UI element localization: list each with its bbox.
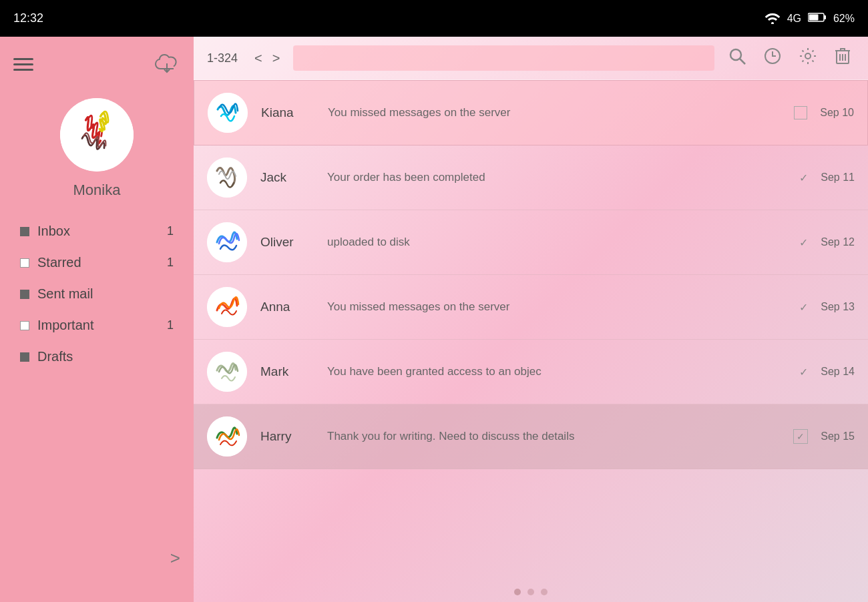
search-button[interactable] bbox=[724, 43, 750, 73]
avatar-harry bbox=[207, 416, 247, 457]
important-badge: 1 bbox=[167, 318, 174, 332]
check-anna: ✓ bbox=[799, 301, 808, 314]
user-name: Monika bbox=[73, 182, 121, 199]
important-dot bbox=[20, 321, 29, 330]
email-item-kiana[interactable]: Kiana You missed messages on the server … bbox=[194, 80, 868, 145]
trash-icon[interactable] bbox=[831, 43, 855, 73]
sender-anna: Anna bbox=[260, 300, 327, 314]
meta-mark: ✓ Sep 14 bbox=[799, 366, 855, 378]
page-dot-1[interactable] bbox=[514, 589, 521, 595]
meta-kiana: Sep 10 bbox=[794, 106, 854, 119]
next-page-button[interactable]: > bbox=[269, 49, 284, 67]
email-list: Kiana You missed messages on the server … bbox=[194, 80, 868, 582]
sidebar-item-starred[interactable]: Starred 1 bbox=[20, 247, 174, 278]
meta-oliver: ✓ Sep 12 bbox=[799, 236, 855, 249]
drafts-dot bbox=[20, 352, 29, 362]
subject-anna: You missed messages on the server bbox=[327, 300, 799, 314]
drafts-label: Drafts bbox=[37, 349, 73, 364]
starred-dot bbox=[20, 258, 29, 268]
user-avatar bbox=[60, 98, 134, 172]
svg-point-16 bbox=[207, 222, 247, 262]
pagination-info: 1-324 bbox=[207, 51, 238, 65]
sent-label: Sent mail bbox=[37, 286, 93, 302]
sidebar-item-important[interactable]: Important 1 bbox=[20, 310, 174, 341]
expand-sidebar-button[interactable]: > bbox=[170, 548, 180, 569]
sender-harry: Harry bbox=[260, 429, 327, 444]
date-oliver: Sep 12 bbox=[815, 236, 855, 248]
email-item-oliver[interactable]: Oliver uploaded to disk ✓ Sep 12 bbox=[194, 210, 868, 275]
toolbar: 1-324 < > bbox=[194, 37, 868, 80]
page-dot-3[interactable] bbox=[541, 589, 548, 595]
menu-button[interactable] bbox=[13, 58, 33, 71]
date-mark: Sep 14 bbox=[815, 366, 855, 378]
settings-icon[interactable] bbox=[795, 43, 821, 73]
app-container: Monika Inbox 1 Starred 1 Sent bbox=[0, 37, 868, 602]
email-item-mark[interactable]: Mark You have been granted access to an … bbox=[194, 340, 868, 404]
subject-harry: Thank you for writing. Need to discuss t… bbox=[327, 430, 793, 443]
svg-point-6 bbox=[730, 49, 741, 60]
meta-anna: ✓ Sep 13 bbox=[799, 301, 855, 314]
meta-jack: ✓ Sep 11 bbox=[799, 172, 855, 184]
svg-point-17 bbox=[207, 287, 247, 327]
inbox-dot bbox=[20, 227, 29, 236]
checkbox-harry[interactable]: ✓ bbox=[793, 429, 808, 444]
network-type: 4G bbox=[787, 13, 801, 25]
starred-badge: 1 bbox=[167, 256, 174, 270]
svg-point-9 bbox=[805, 53, 811, 59]
date-jack: Sep 11 bbox=[815, 172, 855, 184]
starred-label: Starred bbox=[37, 255, 81, 270]
avatar-mark bbox=[207, 352, 247, 392]
sidebar-item-inbox[interactable]: Inbox 1 bbox=[20, 216, 174, 247]
status-bar: 12:32 4G 62% bbox=[0, 0, 868, 37]
sender-mark: Mark bbox=[260, 364, 327, 379]
wifi-icon bbox=[765, 11, 781, 27]
svg-rect-2 bbox=[824, 15, 826, 19]
sidebar-item-sent[interactable]: Sent mail bbox=[20, 278, 174, 310]
subject-jack: Your order has been completed bbox=[327, 171, 799, 184]
check-mark: ✓ bbox=[799, 366, 808, 378]
avatar-oliver bbox=[207, 222, 247, 262]
important-label: Important bbox=[37, 318, 93, 333]
email-item-jack[interactable]: Jack Your order has been completed ✓ Sep… bbox=[194, 145, 868, 210]
avatar-jack bbox=[207, 158, 247, 198]
sidebar-item-drafts[interactable]: Drafts bbox=[20, 341, 174, 372]
sender-jack: Jack bbox=[260, 170, 327, 185]
search-input[interactable] bbox=[293, 45, 714, 71]
page-dot-2[interactable] bbox=[527, 589, 534, 595]
battery-percent: 62% bbox=[833, 13, 855, 25]
checkbox-kiana[interactable] bbox=[794, 106, 807, 119]
date-anna: Sep 13 bbox=[815, 301, 855, 313]
svg-point-15 bbox=[207, 158, 247, 198]
main-content: 1-324 < > bbox=[194, 37, 868, 602]
cloud-sync-icon[interactable] bbox=[154, 50, 180, 78]
date-harry: Sep 15 bbox=[815, 430, 855, 442]
avatar-kiana bbox=[208, 93, 248, 133]
svg-rect-3 bbox=[809, 14, 818, 20]
meta-harry: ✓ Sep 15 bbox=[793, 429, 855, 444]
inbox-label: Inbox bbox=[37, 224, 70, 239]
status-indicators: 4G 62% bbox=[765, 11, 855, 27]
sidebar: Monika Inbox 1 Starred 1 Sent bbox=[0, 37, 194, 602]
email-item-anna[interactable]: Anna You missed messages on the server ✓… bbox=[194, 275, 868, 340]
nav-arrows: < > bbox=[251, 49, 283, 67]
svg-point-0 bbox=[771, 22, 774, 24]
avatar-anna bbox=[207, 287, 247, 327]
subject-mark: You have been granted access to an objec bbox=[327, 365, 799, 378]
sender-oliver: Oliver bbox=[260, 235, 327, 250]
battery-icon bbox=[808, 12, 827, 25]
sent-dot bbox=[20, 290, 29, 299]
svg-line-7 bbox=[740, 59, 745, 64]
history-icon[interactable] bbox=[760, 43, 785, 73]
subject-oliver: uploaded to disk bbox=[327, 236, 799, 249]
subject-kiana: You missed messages on the server bbox=[328, 106, 794, 119]
sidebar-header bbox=[0, 50, 194, 91]
inbox-badge: 1 bbox=[167, 224, 174, 238]
page-dots bbox=[194, 582, 868, 602]
check-oliver: ✓ bbox=[799, 236, 808, 249]
email-item-harry[interactable]: Harry Thank you for writing. Need to dis… bbox=[194, 404, 868, 469]
nav-menu: Inbox 1 Starred 1 Sent mail bbox=[0, 216, 194, 372]
time: 12:32 bbox=[13, 11, 43, 25]
prev-page-button[interactable]: < bbox=[251, 49, 266, 67]
date-kiana: Sep 10 bbox=[814, 107, 854, 119]
sender-kiana: Kiana bbox=[261, 105, 328, 120]
